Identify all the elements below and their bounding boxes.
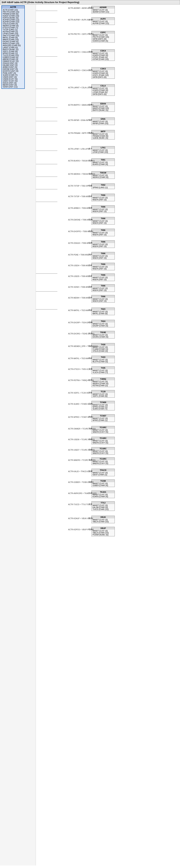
- box-title-t006: T006: [92, 194, 115, 196]
- relation-label: ACTR-INFNR = EINA-INFNR: [68, 119, 91, 121]
- box-title-t023: T023: [92, 308, 115, 310]
- relation-label: ACTR-LIFNR = LFAI-LIFNR: [68, 148, 90, 150]
- box-field: WERKS [CHAR (4)]: [92, 382, 114, 384]
- relation-label: ACTR-USE05 = T006-MSEHI: [68, 275, 92, 277]
- box-title-eina: EINA: [92, 118, 115, 120]
- page-title: SAP ABAP table ACTR {Order Activity Stru…: [2, 1, 80, 4]
- cardinality: 0..N: [89, 159, 92, 161]
- box-t006-5: T006 MANDT [CLNT (3)] MSEHI [UNIT (3)]: [91, 240, 115, 248]
- cardinality: 0..N: [89, 148, 92, 150]
- box-title-cepc: CEPC: [92, 31, 115, 34]
- actr-field: MATKL [CHAR (9)]: [3, 37, 24, 38]
- cardinality: 0..N: [89, 416, 92, 418]
- box-title-t006d: T006: [92, 229, 115, 231]
- cardinality: 0..N: [89, 286, 92, 288]
- actr-title: ACTR: [2, 6, 24, 9]
- actr-field: VERTL [CHAR (8)]: [3, 51, 24, 52]
- actr-field: WERKS [CHAR (4)]: [3, 25, 24, 27]
- cardinality: 0..N: [89, 368, 92, 370]
- cardinality: 0..N: [89, 392, 92, 394]
- box-field: MANDT [CLNT (3)]: [92, 149, 114, 151]
- box-field: BNFPO [NUMC (5)]: [92, 109, 114, 111]
- actr-field: PDAE [UNIT (3)]: [3, 72, 24, 74]
- box-aufk: AUFK MANDT [CLNT (3)] AUFNR [CHAR (12)]: [91, 18, 115, 25]
- cardinality: 0..N: [89, 242, 92, 244]
- box-field: MANDT [CLNT (3)]: [92, 220, 114, 222]
- box-title-t435: T435: [92, 367, 115, 369]
- box-field: KOSTL [CHAR (10)]: [92, 74, 114, 76]
- box-field: LSTAR [CHAR (6)]: [92, 91, 114, 93]
- box-title-tcurc3: TCURC: [92, 447, 115, 450]
- box-field: IDENT [CHAR (2)]: [92, 474, 114, 476]
- cardinality: 0..N: [89, 195, 92, 197]
- cardinality: 0..N: [89, 517, 92, 519]
- cardinality: 0..N: [89, 403, 92, 405]
- box-field: MANDT [CLNT (3)]: [92, 323, 114, 325]
- box-field: BANFN [CHAR (10)]: [92, 107, 114, 109]
- box-t001: T001 MANDT [CLNT (3)] BUKRS [CHAR (4)]: [91, 158, 115, 166]
- actr-box: ACTR ACTR [CHAR (10)] PRCTR [CHAR (10)] …: [1, 5, 25, 89]
- box-t024e: T024E MANDT [CLNT (3)] EKORG [CHAR (4)]: [91, 331, 115, 339]
- box-title-t024: T024: [92, 320, 115, 322]
- box-field: MANDT [CLNT (3)]: [92, 133, 114, 135]
- actr-field: USE67 [CUKY (5)]: [3, 80, 24, 82]
- relation-label: ACTR-MATKL = T023-MATKL: [68, 358, 92, 360]
- actr-field: TXJCD [CHAR (15)]: [3, 54, 24, 56]
- box-field: KOKRS [CHAR (4)]: [92, 54, 114, 56]
- box-field: MSEHI [UNIT (3)]: [92, 257, 114, 259]
- box-field: GSBER [CHAR (4)]: [92, 485, 114, 487]
- box-t024: T024 MANDT [CLNT (3)] EKGRP [CHAR (3)]: [91, 320, 115, 328]
- box-title-tcn07: TCN07: [92, 414, 115, 417]
- box-title-tfacd: TFACD: [92, 469, 115, 471]
- box-field: MANDT [CLNT (3)]: [92, 404, 114, 406]
- actr-field: KDPOS [NUMC (6)]: [3, 17, 24, 19]
- box-field: PRNAM [CHAR (8)]: [92, 135, 114, 137]
- actr-field: PRCTR [CHAR (10)]: [3, 11, 24, 13]
- box-field: MSEHI [UNIT (3)]: [92, 289, 114, 291]
- left-panel: ACTR ACTR [CHAR (10)] PRCTR [CHAR (10)] …: [0, 4, 36, 866]
- box-field: KOKRS [CHAR (4)]: [92, 72, 114, 74]
- cardinality: 0..N: [89, 459, 92, 461]
- box-title-lfa1: LFA1: [92, 146, 115, 149]
- box-t006-4: T006 MANDT [CLNT (3)] MSEHI [UNIT (3)]: [91, 229, 115, 236]
- box-field: VLSCH [CHAR (7)]: [92, 371, 114, 373]
- box-field: MANDT [CLNT (3)]: [92, 87, 114, 89]
- box-field: AUFNR [CHAR (12)]: [92, 23, 114, 24]
- cardinality: 0..N: [89, 321, 92, 323]
- cardinality: 0..N: [89, 207, 92, 209]
- cardinality: 0..N: [89, 528, 92, 530]
- cardinality: 0..N: [89, 86, 92, 88]
- box-field: MANDT [CLNT (3)]: [92, 209, 114, 210]
- box-field: MANDT [CLNT (3)]: [92, 450, 114, 452]
- box-field: MANDT [CLNT (3)]: [92, 530, 114, 532]
- actr-field: NPRIO [CHAR (1)]: [3, 52, 24, 54]
- box-field: MSEHI [UNIT (3)]: [92, 210, 114, 212]
- box-field: MANDT [CLNT (3)]: [92, 9, 114, 11]
- relation-label: ACTR-WEMEH_OPR = T006-MSEHI: [68, 345, 98, 347]
- actr-field: ASTRA [CHAR (2)]: [3, 31, 24, 33]
- box-field: KOKRS [CHAR (4)]: [92, 40, 114, 42]
- box-title-vbuk: VBUK: [92, 516, 115, 518]
- box-title-tc29: TC29: [92, 390, 115, 393]
- actr-field: PRNAM [CHAR (8)]: [3, 13, 24, 15]
- cardinality: 0..N: [89, 264, 92, 266]
- box-title-t006e: T006: [92, 241, 115, 243]
- actr-field: EKORG [CHAR (4)]: [3, 40, 24, 42]
- cardinality: 0..N: [89, 428, 92, 429]
- actr-field: USE66 [CUKY (5)]: [3, 78, 24, 80]
- box-tka01: TKA01 MANDT [CLNT (3)] KOKRS [CHAR (4)]: [91, 491, 115, 498]
- box-field: KALSM [CHAR (6)]: [92, 506, 114, 508]
- cardinality: 0..N: [89, 33, 92, 35]
- box-t006-2: T006 MANDT [CLNT (3)] MSEHI [UNIT (3)]: [91, 206, 115, 213]
- box-field: MANDT [CLNT (3)]: [92, 381, 114, 382]
- box-imtp: IMTP MANDT [CLNT (3)] PRNAM [CHAR (8)] G…: [91, 130, 115, 140]
- actr-field: LARNT [CHAR (6)]: [3, 46, 24, 49]
- cardinality: 0..N: [89, 132, 92, 134]
- actr-field: ANFKORS [CHAR (6)]: [3, 44, 24, 46]
- box-title-cska: CSKA: [92, 50, 115, 52]
- box-field: MSEHI [UNIT (3)]: [92, 268, 114, 270]
- actr-field: AUFNR [CHAR (22)]: [3, 21, 24, 23]
- box-field: MANDT [CLNT (3)]: [92, 461, 114, 462]
- cardinality: 0..N: [89, 503, 92, 505]
- box-field: MANDT [CLNT (3)]: [92, 52, 114, 54]
